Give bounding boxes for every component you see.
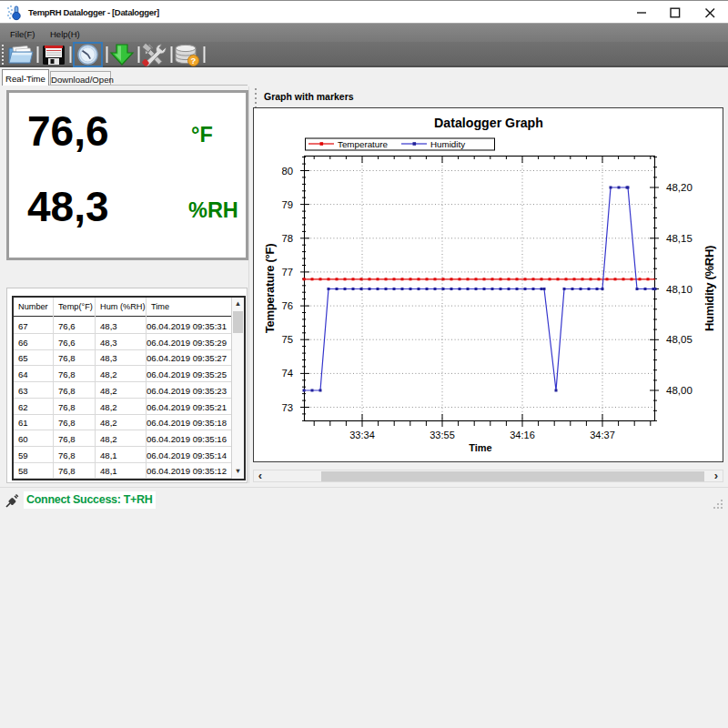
svg-text:?: ? (191, 56, 197, 66)
svg-text:76: 76 (281, 300, 293, 311)
svg-text:34:16: 34:16 (510, 430, 535, 440)
svg-text:Datalogger Graph: Datalogger Graph (434, 116, 543, 130)
svg-text:74: 74 (281, 368, 293, 379)
svg-text:73: 73 (281, 402, 293, 413)
svg-text:33:55: 33:55 (430, 430, 455, 440)
svg-text:48,10: 48,10 (666, 284, 693, 295)
svg-text:48,20: 48,20 (666, 182, 693, 193)
svg-text:Humidity: Humidity (430, 139, 465, 149)
svg-text:Time: Time (469, 442, 491, 453)
svg-text:Temperature: Temperature (338, 139, 389, 149)
svg-text:33:34: 33:34 (349, 430, 375, 440)
svg-text:78: 78 (281, 233, 293, 244)
svg-text:48,00: 48,00 (666, 385, 693, 396)
svg-text:79: 79 (281, 199, 293, 210)
svg-text:77: 77 (281, 267, 293, 278)
svg-text:Temperature (°F): Temperature (°F) (263, 244, 277, 333)
svg-text:75: 75 (281, 334, 293, 345)
svg-text:80: 80 (281, 166, 293, 177)
svg-text:48,05: 48,05 (666, 334, 693, 345)
svg-text:Humidity (%RH): Humidity (%RH) (703, 246, 716, 331)
svg-text:34:37: 34:37 (590, 430, 615, 440)
svg-text:48,15: 48,15 (666, 233, 693, 244)
